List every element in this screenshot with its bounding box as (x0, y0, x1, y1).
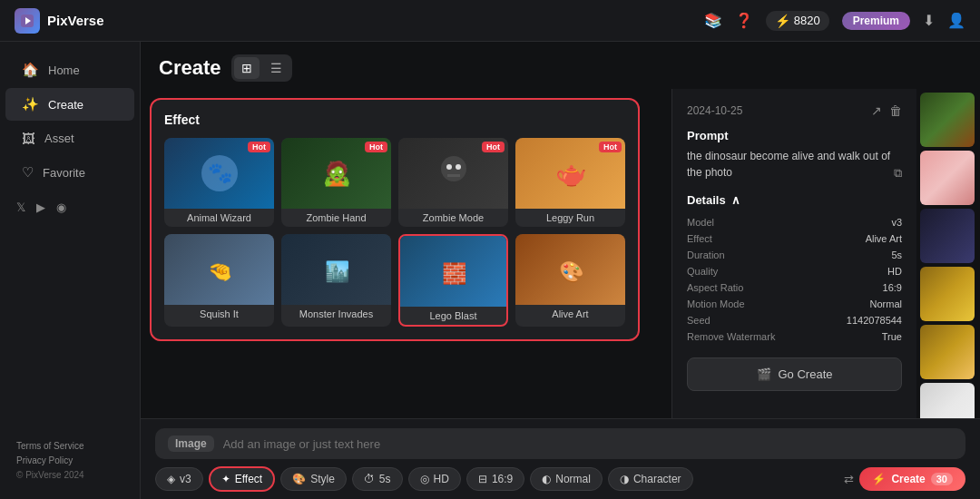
sidebar-item-favorite[interactable]: ♡ Favorite (5, 156, 134, 189)
v3-icon: ◈ (167, 473, 175, 485)
energy-value: 8820 (794, 14, 820, 27)
delete-icon[interactable]: 🗑 (889, 103, 902, 118)
privacy-link[interactable]: Privacy Policy (16, 454, 123, 468)
detail-key-effect: Effect (687, 233, 712, 244)
effect-card-animal-wizard[interactable]: 🐾 Hot Animal Wizard (164, 138, 274, 227)
hot-badge-zombie-hand: Hot (365, 142, 387, 152)
tool-quality-btn[interactable]: ◎ HD (408, 467, 461, 491)
discord-link[interactable]: ◉ (56, 201, 66, 214)
thumb-white[interactable] (920, 383, 975, 418)
effect-label-lego: Lego Blast (400, 307, 506, 325)
youtube-link[interactable]: ▶ (36, 201, 45, 214)
effect-card-alive[interactable]: 🎨 Alive Art (515, 234, 625, 327)
detail-val-watermark: True (882, 331, 902, 342)
tool-style-btn[interactable]: 🎨 Style (280, 467, 347, 491)
tool-duration-btn[interactable]: ⏱ 5s (352, 467, 403, 491)
sidebar-label-home: Home (48, 64, 80, 77)
hot-badge-zombie-mode: Hot (482, 142, 505, 152)
details-toggle[interactable]: Details ∧ (687, 193, 902, 207)
tool-v3-btn[interactable]: ◈ v3 (155, 467, 203, 491)
detail-row-seed: Seed 1142078544 (687, 312, 902, 328)
effect-label-zombie-hand: Zombie Hand (281, 209, 391, 227)
prompt-input[interactable] (223, 437, 953, 451)
thumb-pig[interactable] (920, 151, 975, 205)
effect-card-leggy-run[interactable]: 🫖 Hot Leggy Run (515, 138, 625, 227)
details-label: Details (687, 193, 726, 207)
ratio-icon: ⊟ (478, 473, 487, 485)
create-icon: ✨ (22, 96, 39, 113)
duration-icon: ⏱ (364, 473, 375, 485)
svg-point-5 (441, 156, 466, 181)
svg-point-6 (446, 164, 452, 170)
details-section: Details ∧ Model v3 Effect Alive Art Dura… (687, 193, 902, 345)
detail-row-watermark: Remove Watermark True (687, 328, 902, 345)
app-name: PixVerse (47, 13, 104, 28)
download-icon[interactable]: ⬇ (923, 12, 935, 29)
svg-text:🧟: 🧟 (322, 159, 352, 188)
sidebar: 🏠 Home ✨ Create 🖼 Asset ♡ Favorite 𝕏 ▶ ◉… (0, 42, 141, 499)
external-link-icon[interactable]: ↗ (871, 103, 882, 118)
go-create-label: Go Create (779, 367, 833, 381)
detail-key-motion: Motion Mode (687, 298, 745, 309)
effect-thumb-alive: 🎨 (515, 234, 625, 305)
list-view-btn[interactable]: ☰ (263, 57, 289, 79)
detail-date-row: 2024-10-25 ↗ 🗑 (687, 103, 902, 118)
effect-panel-title: Effect (164, 113, 625, 127)
thumb-landscape[interactable] (920, 267, 975, 321)
library-icon[interactable]: 📚 (704, 12, 722, 29)
tool-motion-btn[interactable]: ◐ Normal (530, 467, 603, 491)
sidebar-label-asset: Asset (44, 132, 74, 145)
sidebar-label-favorite: Favorite (43, 166, 85, 180)
energy-icon: ⚡ (775, 14, 790, 28)
sidebar-item-asset[interactable]: 🖼 Asset (5, 122, 134, 154)
thumb-lion[interactable] (920, 325, 975, 379)
thumb-dino[interactable] (920, 93, 975, 147)
detail-key-quality: Quality (687, 266, 718, 277)
terms-link[interactable]: Terms of Service (16, 439, 123, 454)
help-icon[interactable]: ❓ (735, 12, 753, 29)
effect-thumb-squish: 🤏 (164, 234, 274, 305)
detail-date-icons: ↗ 🗑 (871, 103, 902, 118)
twitter-link[interactable]: 𝕏 (16, 201, 25, 214)
profile-icon[interactable]: 👤 (947, 12, 965, 29)
tool-duration-label: 5s (379, 473, 391, 485)
energy-badge[interactable]: ⚡ 8820 (766, 11, 829, 31)
detail-val-duration: 5s (891, 250, 902, 260)
effect-card-monster[interactable]: 🏙️ Monster Invades (281, 234, 391, 327)
effect-card-squish[interactable]: 🤏 Squish It (164, 234, 274, 327)
tool-ratio-label: 16:9 (492, 473, 513, 485)
image-label[interactable]: Image (168, 435, 214, 452)
svg-rect-8 (447, 174, 460, 177)
tool-effect-btn[interactable]: ✦ Effect (209, 466, 275, 492)
tool-character-btn[interactable]: ◑ Character (608, 467, 693, 491)
tool-ratio-btn[interactable]: ⊟ 16:9 (466, 467, 524, 491)
detail-val-motion: Normal (870, 298, 902, 309)
effect-label-monster: Monster Invades (281, 305, 391, 323)
create-button[interactable]: ⚡ Create 30 (859, 467, 965, 491)
hot-badge-animal: Hot (248, 142, 270, 152)
effect-label-animal: Animal Wizard (164, 209, 274, 227)
grid-view-btn[interactable]: ⊞ (234, 57, 260, 79)
sidebar-item-home[interactable]: 🏠 Home (5, 54, 134, 86)
premium-badge[interactable]: Premium (842, 12, 910, 30)
input-row: Image (155, 428, 965, 459)
effect-card-lego[interactable]: 🧱 Lego Blast (398, 234, 508, 327)
sidebar-item-create[interactable]: ✨ Create (5, 88, 134, 121)
create-label: Create (891, 473, 925, 485)
tool-motion-label: Normal (555, 473, 591, 485)
effect-card-zombie-mode[interactable]: Hot Zombie Mode (398, 138, 508, 227)
effect-card-zombie-hand[interactable]: 🧟 Hot Zombie Hand (281, 138, 391, 227)
thumb-car[interactable] (920, 209, 975, 263)
copy-icon[interactable]: ⧉ (894, 164, 902, 182)
topnav: PixVerse 📚 ❓ ⚡ 8820 Premium ⬇ 👤 (0, 0, 980, 42)
swap-icon[interactable]: ⇄ (844, 473, 854, 486)
prompt-content: the dinosaur become alive and walk out o… (687, 150, 890, 179)
prompt-section-title: Prompt (687, 129, 902, 142)
create-count: 30 (931, 473, 953, 485)
page-title: Create (159, 56, 220, 80)
detail-val-quality: HD (887, 266, 902, 277)
effect-grid: 🐾 Hot Animal Wizard 🧟 Hot Zombie Hand (164, 138, 625, 327)
detail-row-effect: Effect Alive Art (687, 230, 902, 247)
go-create-button[interactable]: 🎬 Go Create (687, 357, 902, 391)
logo-area: PixVerse (15, 8, 704, 34)
